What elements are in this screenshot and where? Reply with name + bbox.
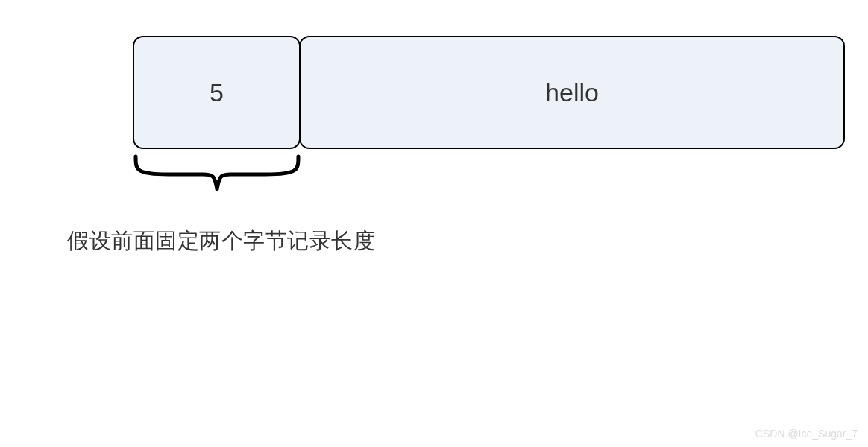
watermark-text: CSDN @Ice_Sugar_7 [755,428,858,440]
length-value: 5 [210,78,224,107]
diagram-caption: 假设前面固定两个字节记录长度 [67,226,375,256]
diagram-container: 5 hello [133,36,845,200]
payload-value: hello [545,78,599,107]
curly-brace-icon [131,152,303,197]
payload-box: hello [299,36,845,149]
packet-boxes-row: 5 hello [133,36,845,149]
length-box: 5 [133,36,301,149]
